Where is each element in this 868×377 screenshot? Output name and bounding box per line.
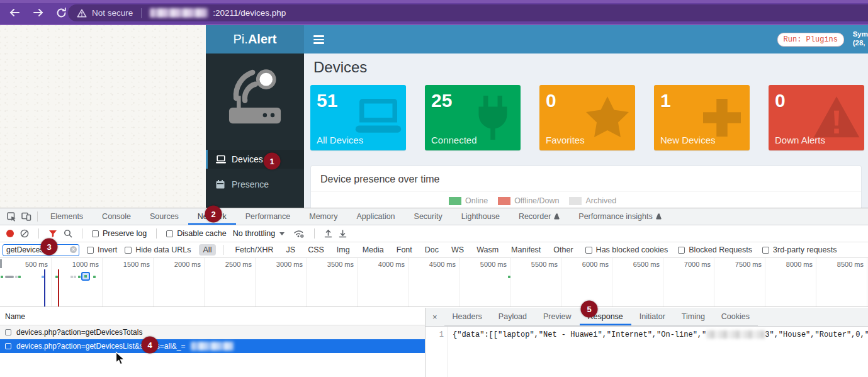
filter-type-manifest[interactable]: Manifest [507,244,545,256]
request-row[interactable]: devices.php?action=getDevicesList&status… [0,339,425,353]
filter-type-font[interactable]: Font [392,244,417,256]
sidebar: DevicesPresence [206,53,304,208]
detail-tab-initiator[interactable]: Initiator [631,308,674,325]
devtools-tab-security[interactable]: Security [405,208,452,225]
card-all-devices[interactable]: 51All Devices [310,85,406,150]
devtools-tab-recorder[interactable]: Recorder [509,208,569,225]
waterfall-mark [93,276,96,278]
invert-checkbox[interactable]: Invert [87,245,117,254]
devtools-tab-lighthouse[interactable]: Lighthouse [452,208,509,225]
request-list-panel: Name devices.php?action=getDevicesTotals… [0,308,426,377]
device-toolbar-icon[interactable] [19,210,34,223]
devtools-tab-performance-insights[interactable]: Performance insights [569,208,670,225]
card-new-devices[interactable]: 1New Devices [654,85,750,150]
waterfall-mark [42,276,44,278]
request-rows: devices.php?action=getDevicesTotalsdevic… [0,325,425,353]
tab-label: Performance [245,212,291,221]
checkbox-label: Has blocked cookies [596,245,668,254]
disable-cache-checkbox[interactable]: Disable cache [166,229,227,238]
network-conditions-icon[interactable] [293,229,305,239]
filter-type-ws[interactable]: WS [447,244,468,256]
hide-data-urls-checkbox[interactable]: Hide data URLs [125,245,191,254]
checkbox-3rd-party-requests[interactable]: 3rd-party requests [762,245,837,254]
preserve-log-checkbox[interactable]: Preserve log [92,229,147,238]
pialert-brand[interactable]: Pi.Alert [206,25,304,53]
checkbox-blocked-requests[interactable]: Blocked Requests [678,245,752,254]
detail-tab-cookies[interactable]: Cookies [713,308,758,325]
timeline-tick-label: 5000 ms [480,261,510,268]
export-har-icon[interactable] [339,229,347,238]
waterfall-mark [5,276,14,278]
redacted-query-value [191,342,234,351]
card-label: Connected [431,135,477,145]
detail-tab-headers[interactable]: Headers [444,308,490,325]
detail-tab-timing[interactable]: Timing [674,308,713,325]
hamburger-menu-icon[interactable] [313,35,324,44]
presence-panel: Device presence over time OnlineOffline/… [310,166,862,208]
response-json-line[interactable]: {"data":[["laptop","Net - Huawei","Inter… [448,327,868,377]
filter-type-fetch-xhr[interactable]: Fetch/XHR [230,244,278,256]
address-bar[interactable]: Not secure :20211/devices.php [68,4,868,21]
card-down-alerts[interactable]: 0Down Alerts [769,85,864,150]
tab-label: Sources [150,212,179,221]
request-table-header[interactable]: Name [0,308,425,325]
import-har-icon[interactable] [324,229,332,238]
timeline-tick-label: 2000 ms [174,261,204,268]
timeline-tick-label: 4000 ms [378,261,408,268]
inspect-element-icon[interactable] [4,210,19,223]
card-label: Favorites [546,135,585,145]
record-button[interactable] [6,230,14,237]
waterfall-mark [70,276,73,278]
timeline-gridline [612,258,612,307]
devtools-tab-memory[interactable]: Memory [300,208,347,225]
devtools-tab-elements[interactable]: Elements [41,208,93,225]
name-column-header[interactable]: Name [5,312,25,321]
timeline-gridline [867,258,867,307]
devtools-tab-console[interactable]: Console [93,208,140,225]
filter-divider [223,245,223,255]
legend-item-archived: Archived [569,196,616,205]
request-checkbox[interactable] [5,329,11,335]
checkbox-has-blocked-cookies[interactable]: Has blocked cookies [585,245,668,254]
search-icon[interactable] [64,229,72,238]
devtools-tab-sources[interactable]: Sources [140,208,188,225]
network-overview-timeline[interactable]: 500 ms1000 ms1500 ms2000 ms2500 ms3000 m… [0,258,868,307]
waterfall-mark [55,276,58,278]
filter-type-js[interactable]: JS [282,244,300,256]
card-connected[interactable]: 25Connected [425,85,521,150]
close-icon[interactable]: × [426,312,444,322]
filter-type-img[interactable]: Img [332,244,354,256]
tab-label: Memory [309,212,337,221]
filter-type-doc[interactable]: Doc [420,244,443,256]
detail-tab-preview[interactable]: Preview [535,308,579,325]
clear-icon[interactable] [20,229,29,238]
sidebar-item-presence[interactable]: Presence [206,175,304,194]
filter-type-css[interactable]: CSS [303,244,329,256]
clear-filter-icon[interactable]: ✕ [70,246,77,253]
filter-funnel-icon[interactable] [48,230,57,238]
detail-tabbar: × HeadersPayloadPreviewResponseInitiator… [426,308,868,327]
legend-swatch [498,197,510,205]
request-row[interactable]: devices.php?action=getDevicesTotals [0,325,425,339]
selected-request-mark[interactable] [81,272,90,281]
devtools-tabbar: ElementsConsoleSourcesNetworkPerformance… [0,208,868,225]
card-favorites[interactable]: 0Favorites [539,85,635,150]
devtools-tab-application[interactable]: Application [347,208,404,225]
filter-type-other[interactable]: Other [549,244,577,256]
run-plugins-button[interactable]: Run: Plugins [777,33,844,47]
filter-type-wasm[interactable]: Wasm [472,244,503,256]
filter-type-all[interactable]: All [199,244,217,256]
filter-type-media[interactable]: Media [358,244,388,256]
detail-tab-payload[interactable]: Payload [490,308,535,325]
not-secure-label: Not secure [92,8,133,18]
reload-icon[interactable] [54,6,68,20]
legend-swatch [569,197,582,205]
back-icon[interactable] [8,6,21,20]
forward-icon[interactable] [31,6,45,20]
devtools-tab-performance[interactable]: Performance [236,208,300,225]
annotation-step-5: 5 [581,301,598,318]
request-checkbox[interactable] [5,343,11,349]
request-type-filters: AllFetch/XHRJSCSSImgMediaFontDocWSWasmMa… [199,244,578,256]
sidebar-item-devices[interactable]: Devices [206,150,304,169]
throttling-select[interactable]: No throttling [233,229,285,238]
